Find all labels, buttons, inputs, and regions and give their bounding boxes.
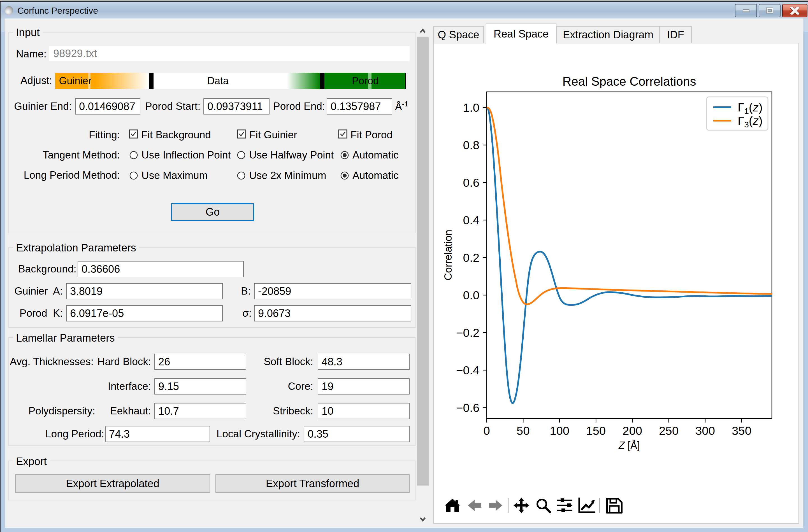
svg-text:Real Space Correlations: Real Space Correlations xyxy=(563,75,696,88)
svg-text:0.2: 0.2 xyxy=(463,251,479,264)
svg-text:0.6: 0.6 xyxy=(463,176,479,189)
svg-text:350: 350 xyxy=(732,424,751,437)
svg-text:0.8: 0.8 xyxy=(463,139,479,152)
svg-text:50: 50 xyxy=(517,424,530,437)
svg-text:Γ1(z): Γ1(z) xyxy=(738,101,763,116)
svg-text:−0.6: −0.6 xyxy=(456,401,479,414)
svg-text:−0.4: −0.4 xyxy=(456,364,479,377)
svg-text:100: 100 xyxy=(550,424,569,437)
svg-text:150: 150 xyxy=(586,424,606,437)
svg-text:Correlation: Correlation xyxy=(442,230,454,281)
svg-text:300: 300 xyxy=(695,424,715,437)
svg-text:0: 0 xyxy=(483,424,490,437)
svg-text:Γ3(z): Γ3(z) xyxy=(738,114,763,129)
svg-text:200: 200 xyxy=(623,424,642,437)
svg-text:0.4: 0.4 xyxy=(463,214,479,227)
svg-text:1.0: 1.0 xyxy=(463,101,479,114)
svg-text:Z [Å]: Z [Å] xyxy=(618,440,640,451)
svg-text:−0.2: −0.2 xyxy=(456,326,479,339)
svg-text:0.0: 0.0 xyxy=(463,289,479,302)
svg-text:250: 250 xyxy=(659,424,679,437)
